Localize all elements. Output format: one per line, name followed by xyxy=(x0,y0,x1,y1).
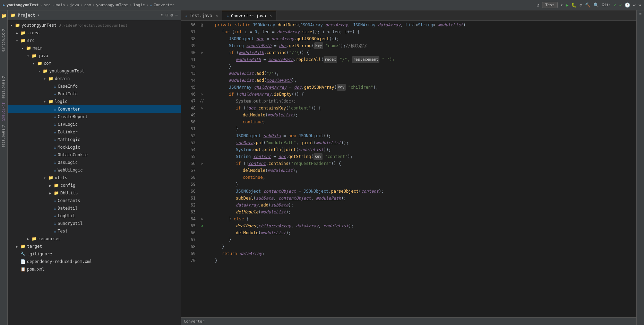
tree-dateutil[interactable]: ☕ DateUtil xyxy=(8,204,181,212)
tree-utils[interactable]: ▾ 📁 utils xyxy=(8,174,181,182)
git-check1[interactable]: ✓ xyxy=(614,2,617,8)
code-line-54: System.out.println(joint(moduleList)); xyxy=(205,146,636,153)
ln-44: 44 xyxy=(181,77,196,84)
tree-eolinker[interactable]: ☕ Eolinker xyxy=(8,128,181,136)
code-editor[interactable]: 36 37 38 39 40 41 42 43 44 45 46 47 48 4… xyxy=(181,21,636,317)
code-line-52: JSONObject subData = new JSONObject(); xyxy=(205,132,636,139)
search-icon[interactable]: 🔍 xyxy=(593,2,599,8)
code-line-59: } xyxy=(205,181,636,188)
gutter-64: ◇ xyxy=(201,216,203,222)
project-header-actions: ⊕ ⊟ ⚙ − xyxy=(161,12,178,18)
right-strip-icon1[interactable]: ≡ xyxy=(639,12,642,16)
digit2-strip[interactable]: 2:Favorites xyxy=(1,123,6,149)
code-line-50: continue; xyxy=(205,118,636,125)
tree-test[interactable]: ☕ Test xyxy=(8,227,181,235)
tree-webuilogic[interactable]: ☕ WebUiLogic xyxy=(8,166,181,174)
tree-csvlogic[interactable]: ☕ CsvLogic xyxy=(8,121,181,128)
run-button[interactable]: ▶ xyxy=(566,2,569,8)
code-line-49: delModule(moduleList); xyxy=(205,112,636,118)
dropdown-arrow[interactable]: ▾ xyxy=(37,13,40,17)
tree-osslogic[interactable]: ☕ OssLogic xyxy=(8,159,181,166)
code-line-67: } xyxy=(205,236,636,243)
tree-domain[interactable]: ▾ 📁 domain xyxy=(8,75,181,82)
minimize-icon[interactable]: − xyxy=(175,12,178,18)
tree-pom[interactable]: 📋 pom.xml xyxy=(8,265,181,273)
git-check2[interactable]: ✓ xyxy=(619,2,622,8)
main-area: 📁 Z-Structure Z-Favorites 1:Project 2:Fa… xyxy=(0,10,644,325)
tab-converter-close[interactable]: × xyxy=(269,14,272,18)
ln-62: 62 xyxy=(181,202,196,209)
tree-obtaincookie[interactable]: ☕ ObtainCookie xyxy=(8,151,181,159)
project-label-strip[interactable]: 1:Project xyxy=(1,101,6,122)
ln-47: 47 xyxy=(181,98,196,105)
ln-64: 64 xyxy=(181,216,196,222)
status-bar: Converter xyxy=(181,317,636,325)
dropdown-icon[interactable]: ▾ xyxy=(560,2,563,8)
tree-dbutils[interactable]: ▶ 📁 DbUtils xyxy=(8,189,181,197)
tree-com[interactable]: ▾ 📁 com xyxy=(8,60,181,67)
tree-youtongyuntest[interactable]: ▾ 📁 youtongyunTest xyxy=(8,67,181,75)
locate-icon[interactable]: ⊕ xyxy=(161,12,164,18)
tree-mathlogic[interactable]: ☕ MathLogic xyxy=(8,136,181,143)
ln-63: 63 xyxy=(181,209,196,216)
tree-logutil[interactable]: ☕ LogUtil xyxy=(8,212,181,220)
breadcrumb-converter: ☕ xyxy=(150,3,152,7)
gutter-36: @ xyxy=(201,21,203,28)
tree-main[interactable]: ▾ 📁 main xyxy=(8,44,181,52)
favorites-strip-icon[interactable]: Z-Favorites xyxy=(1,74,6,100)
code-line-55: String content = doc.getString(key "cont… xyxy=(205,153,636,160)
tab-test-close[interactable]: × xyxy=(216,14,218,18)
ln-61: 61 xyxy=(181,195,196,202)
gutter-56: ◇ xyxy=(201,160,203,167)
ln-59: 59 xyxy=(181,181,196,188)
project-header: 📁 Project ▾ ⊕ ⊟ ⚙ − xyxy=(8,10,181,20)
ln-50: 50 xyxy=(181,118,196,125)
code-line-63: delModule(moduleList); xyxy=(205,209,636,216)
code-line-38: JSONObject doc = docsArray.getJSONObject… xyxy=(205,35,636,42)
structure-strip-icon[interactable]: Z-Structure xyxy=(1,27,6,53)
tree-createreport[interactable]: ☕ CreateReport xyxy=(8,113,181,121)
gear-icon[interactable]: ⚙ xyxy=(170,12,173,18)
project-tree[interactable]: ▾ 📁 youtongyunTest D:\IdeaProjects\youto… xyxy=(8,20,181,325)
code-line-47: System.out.println(doc); xyxy=(205,98,636,105)
code-content[interactable]: private static JSONArray dealDocs(JSONAr… xyxy=(205,21,636,317)
tree-config[interactable]: ▶ 📁 config xyxy=(8,182,181,189)
tree-constants[interactable]: ☕ Constants xyxy=(8,197,181,204)
ln-70: 70 xyxy=(181,257,196,264)
tab-converter[interactable]: ☕ Converter.java × xyxy=(222,11,276,20)
build-icon[interactable]: 🔨 xyxy=(585,2,591,8)
git-undo[interactable]: ↩ xyxy=(633,2,636,8)
tree-root[interactable]: ▾ 📁 youtongyunTest D:\IdeaProjects\youto… xyxy=(8,21,181,29)
breadcrumb-converter-label: Converter xyxy=(154,3,174,7)
git-history[interactable]: 🕐 xyxy=(625,2,630,8)
code-line-41: modulePath = modulePath.replaceAll(regex… xyxy=(205,56,636,63)
tree-caseinfo[interactable]: ☕ CaseInfo xyxy=(8,82,181,90)
code-line-66: delModule(moduleList); xyxy=(205,229,636,236)
tree-portinfo[interactable]: ☕ PortInfo xyxy=(8,90,181,98)
ln-54: 54 xyxy=(181,146,196,153)
code-line-61: subDeal(subData, contentObject, modulePa… xyxy=(205,195,636,202)
code-line-58: continue; xyxy=(205,174,636,181)
tree-sundryutil[interactable]: ☕ SundryUtil xyxy=(8,220,181,227)
code-line-40: if (modulePath.contains("/"\)) { xyxy=(205,49,636,56)
code-line-45: JSONArray childrenArray = doc.getJSONArr… xyxy=(205,84,636,91)
tree-converter[interactable]: ☕ Converter xyxy=(8,105,181,113)
tree-gitignore[interactable]: 🔧 .gitignore xyxy=(8,250,181,258)
tree-target[interactable]: ▶ 📁 target xyxy=(8,243,181,250)
git-redo[interactable]: ↪ xyxy=(638,2,641,8)
tree-java[interactable]: ▾ 📁 java xyxy=(8,52,181,60)
debug-button[interactable]: 🐛 xyxy=(571,2,577,8)
breadcrumb-src: src xyxy=(44,3,51,7)
tree-src[interactable]: ▾ 📁 src xyxy=(8,37,181,44)
tree-mocklogic[interactable]: ☕ MockLogic xyxy=(8,143,181,151)
tree-resources[interactable]: ▶ 📁 resources xyxy=(8,235,181,243)
ln-43: 43 xyxy=(181,70,196,77)
tree-logic[interactable]: ▾ 📁 logic xyxy=(8,98,181,105)
project-strip-icon[interactable]: 📁 xyxy=(0,12,7,20)
refresh-icon[interactable]: ↺ xyxy=(536,2,539,8)
tree-dep-pom[interactable]: 📄 dependency-reduced-pom.xml xyxy=(8,258,181,265)
settings-icon[interactable]: ⚙ xyxy=(579,2,582,8)
tab-test[interactable]: ☕ Test.java × xyxy=(181,11,222,20)
collapse-icon[interactable]: ⊟ xyxy=(166,12,169,18)
tree-idea[interactable]: ▶ 📁 .idea xyxy=(8,29,181,37)
